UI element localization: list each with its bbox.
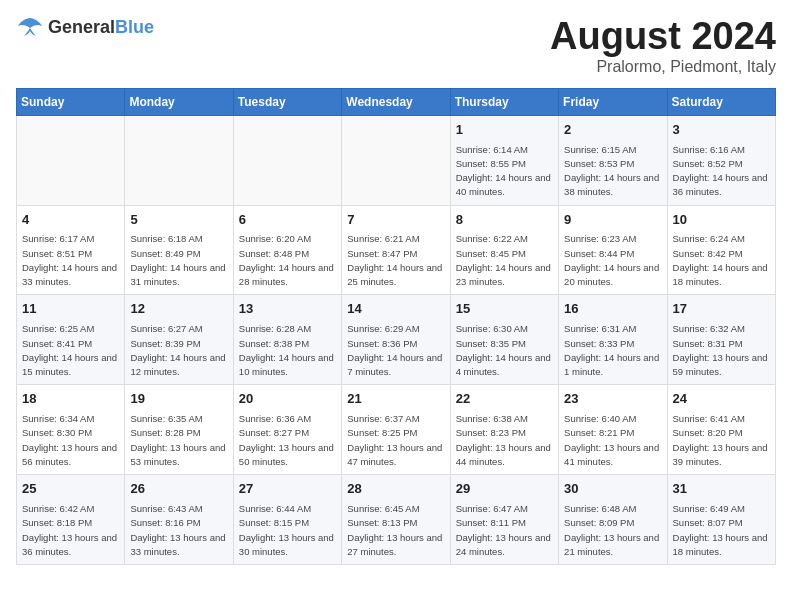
cell-info: Sunrise: 6:44 AM Sunset: 8:15 PM Dayligh… <box>239 502 336 559</box>
cell-date-number: 6 <box>239 211 336 230</box>
cell-info: Sunrise: 6:30 AM Sunset: 8:35 PM Dayligh… <box>456 322 553 379</box>
cell-info: Sunrise: 6:35 AM Sunset: 8:28 PM Dayligh… <box>130 412 227 469</box>
calendar-cell <box>125 115 233 205</box>
day-header-tuesday: Tuesday <box>233 88 341 115</box>
calendar-cell: 23Sunrise: 6:40 AM Sunset: 8:21 PM Dayli… <box>559 385 667 475</box>
cell-info: Sunrise: 6:41 AM Sunset: 8:20 PM Dayligh… <box>673 412 770 469</box>
cell-info: Sunrise: 6:23 AM Sunset: 8:44 PM Dayligh… <box>564 232 661 289</box>
calendar-cell: 16Sunrise: 6:31 AM Sunset: 8:33 PM Dayli… <box>559 295 667 385</box>
cell-date-number: 24 <box>673 390 770 409</box>
cell-date-number: 15 <box>456 300 553 319</box>
cell-date-number: 31 <box>673 480 770 499</box>
calendar-cell: 27Sunrise: 6:44 AM Sunset: 8:15 PM Dayli… <box>233 475 341 565</box>
calendar-cell: 7Sunrise: 6:21 AM Sunset: 8:47 PM Daylig… <box>342 205 450 295</box>
cell-info: Sunrise: 6:17 AM Sunset: 8:51 PM Dayligh… <box>22 232 119 289</box>
cell-date-number: 17 <box>673 300 770 319</box>
cell-date-number: 26 <box>130 480 227 499</box>
cell-date-number: 3 <box>673 121 770 140</box>
logo-bird-icon <box>16 16 44 38</box>
calendar-cell: 25Sunrise: 6:42 AM Sunset: 8:18 PM Dayli… <box>17 475 125 565</box>
calendar-cell <box>233 115 341 205</box>
week-row-3: 11Sunrise: 6:25 AM Sunset: 8:41 PM Dayli… <box>17 295 776 385</box>
calendar-cell: 14Sunrise: 6:29 AM Sunset: 8:36 PM Dayli… <box>342 295 450 385</box>
calendar-cell: 31Sunrise: 6:49 AM Sunset: 8:07 PM Dayli… <box>667 475 775 565</box>
cell-date-number: 22 <box>456 390 553 409</box>
cell-date-number: 30 <box>564 480 661 499</box>
week-row-2: 4Sunrise: 6:17 AM Sunset: 8:51 PM Daylig… <box>17 205 776 295</box>
page-header: GeneralBlue August 2024 Pralormo, Piedmo… <box>16 16 776 76</box>
cell-date-number: 16 <box>564 300 661 319</box>
calendar-cell: 22Sunrise: 6:38 AM Sunset: 8:23 PM Dayli… <box>450 385 558 475</box>
week-row-5: 25Sunrise: 6:42 AM Sunset: 8:18 PM Dayli… <box>17 475 776 565</box>
cell-date-number: 9 <box>564 211 661 230</box>
calendar-cell: 17Sunrise: 6:32 AM Sunset: 8:31 PM Dayli… <box>667 295 775 385</box>
cell-info: Sunrise: 6:32 AM Sunset: 8:31 PM Dayligh… <box>673 322 770 379</box>
calendar-cell: 5Sunrise: 6:18 AM Sunset: 8:49 PM Daylig… <box>125 205 233 295</box>
calendar-cell: 30Sunrise: 6:48 AM Sunset: 8:09 PM Dayli… <box>559 475 667 565</box>
calendar-cell: 8Sunrise: 6:22 AM Sunset: 8:45 PM Daylig… <box>450 205 558 295</box>
cell-date-number: 19 <box>130 390 227 409</box>
cell-info: Sunrise: 6:37 AM Sunset: 8:25 PM Dayligh… <box>347 412 444 469</box>
day-header-sunday: Sunday <box>17 88 125 115</box>
cell-info: Sunrise: 6:22 AM Sunset: 8:45 PM Dayligh… <box>456 232 553 289</box>
cell-info: Sunrise: 6:18 AM Sunset: 8:49 PM Dayligh… <box>130 232 227 289</box>
cell-date-number: 14 <box>347 300 444 319</box>
calendar-cell: 10Sunrise: 6:24 AM Sunset: 8:42 PM Dayli… <box>667 205 775 295</box>
cell-info: Sunrise: 6:14 AM Sunset: 8:55 PM Dayligh… <box>456 143 553 200</box>
cell-date-number: 29 <box>456 480 553 499</box>
cell-info: Sunrise: 6:49 AM Sunset: 8:07 PM Dayligh… <box>673 502 770 559</box>
calendar-cell: 1Sunrise: 6:14 AM Sunset: 8:55 PM Daylig… <box>450 115 558 205</box>
day-header-saturday: Saturday <box>667 88 775 115</box>
header-row: SundayMondayTuesdayWednesdayThursdayFrid… <box>17 88 776 115</box>
cell-info: Sunrise: 6:48 AM Sunset: 8:09 PM Dayligh… <box>564 502 661 559</box>
cell-date-number: 28 <box>347 480 444 499</box>
calendar-cell: 24Sunrise: 6:41 AM Sunset: 8:20 PM Dayli… <box>667 385 775 475</box>
cell-info: Sunrise: 6:27 AM Sunset: 8:39 PM Dayligh… <box>130 322 227 379</box>
logo-text: GeneralBlue <box>48 17 154 38</box>
cell-info: Sunrise: 6:34 AM Sunset: 8:30 PM Dayligh… <box>22 412 119 469</box>
cell-info: Sunrise: 6:24 AM Sunset: 8:42 PM Dayligh… <box>673 232 770 289</box>
calendar-cell: 4Sunrise: 6:17 AM Sunset: 8:51 PM Daylig… <box>17 205 125 295</box>
cell-info: Sunrise: 6:28 AM Sunset: 8:38 PM Dayligh… <box>239 322 336 379</box>
cell-info: Sunrise: 6:42 AM Sunset: 8:18 PM Dayligh… <box>22 502 119 559</box>
cell-info: Sunrise: 6:31 AM Sunset: 8:33 PM Dayligh… <box>564 322 661 379</box>
calendar-cell: 11Sunrise: 6:25 AM Sunset: 8:41 PM Dayli… <box>17 295 125 385</box>
cell-info: Sunrise: 6:16 AM Sunset: 8:52 PM Dayligh… <box>673 143 770 200</box>
calendar-header: SundayMondayTuesdayWednesdayThursdayFrid… <box>17 88 776 115</box>
calendar-cell: 12Sunrise: 6:27 AM Sunset: 8:39 PM Dayli… <box>125 295 233 385</box>
cell-info: Sunrise: 6:20 AM Sunset: 8:48 PM Dayligh… <box>239 232 336 289</box>
calendar-cell: 15Sunrise: 6:30 AM Sunset: 8:35 PM Dayli… <box>450 295 558 385</box>
calendar-cell: 6Sunrise: 6:20 AM Sunset: 8:48 PM Daylig… <box>233 205 341 295</box>
day-header-monday: Monday <box>125 88 233 115</box>
title-area: August 2024 Pralormo, Piedmont, Italy <box>550 16 776 76</box>
cell-date-number: 10 <box>673 211 770 230</box>
month-title: August 2024 <box>550 16 776 58</box>
logo-blue: Blue <box>115 17 154 37</box>
cell-date-number: 13 <box>239 300 336 319</box>
day-header-thursday: Thursday <box>450 88 558 115</box>
calendar-cell: 29Sunrise: 6:47 AM Sunset: 8:11 PM Dayli… <box>450 475 558 565</box>
cell-info: Sunrise: 6:25 AM Sunset: 8:41 PM Dayligh… <box>22 322 119 379</box>
day-header-friday: Friday <box>559 88 667 115</box>
cell-date-number: 1 <box>456 121 553 140</box>
cell-date-number: 27 <box>239 480 336 499</box>
cell-info: Sunrise: 6:40 AM Sunset: 8:21 PM Dayligh… <box>564 412 661 469</box>
location-title: Pralormo, Piedmont, Italy <box>550 58 776 76</box>
cell-info: Sunrise: 6:15 AM Sunset: 8:53 PM Dayligh… <box>564 143 661 200</box>
calendar-cell: 26Sunrise: 6:43 AM Sunset: 8:16 PM Dayli… <box>125 475 233 565</box>
cell-info: Sunrise: 6:43 AM Sunset: 8:16 PM Dayligh… <box>130 502 227 559</box>
calendar-cell <box>342 115 450 205</box>
cell-date-number: 12 <box>130 300 227 319</box>
calendar-cell: 13Sunrise: 6:28 AM Sunset: 8:38 PM Dayli… <box>233 295 341 385</box>
cell-date-number: 7 <box>347 211 444 230</box>
cell-date-number: 23 <box>564 390 661 409</box>
week-row-4: 18Sunrise: 6:34 AM Sunset: 8:30 PM Dayli… <box>17 385 776 475</box>
calendar-body: 1Sunrise: 6:14 AM Sunset: 8:55 PM Daylig… <box>17 115 776 564</box>
cell-date-number: 2 <box>564 121 661 140</box>
logo-general: General <box>48 17 115 37</box>
cell-date-number: 18 <box>22 390 119 409</box>
cell-date-number: 8 <box>456 211 553 230</box>
cell-date-number: 5 <box>130 211 227 230</box>
logo: GeneralBlue <box>16 16 154 38</box>
calendar-cell: 18Sunrise: 6:34 AM Sunset: 8:30 PM Dayli… <box>17 385 125 475</box>
